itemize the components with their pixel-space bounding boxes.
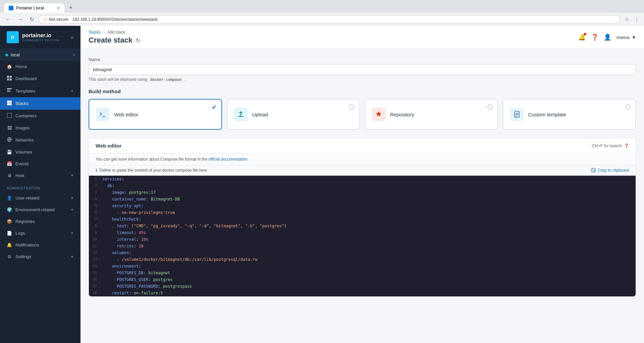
refresh-button[interactable]: ↻ [136, 37, 140, 44]
sidebar-host-label: Host [15, 173, 67, 178]
code-line: 11 retries: 10 [89, 243, 636, 249]
copy-to-clipboard-button[interactable]: Copy to clipboard [591, 168, 629, 173]
sidebar-containers-label: Containers [15, 113, 74, 118]
build-method-repository[interactable]: Repository [365, 99, 498, 130]
reload-button[interactable]: ↻ [28, 15, 36, 24]
sidebar-item-dashboard[interactable]: Dashboard [0, 72, 80, 85]
sidebar-collapse-button[interactable]: « [70, 34, 74, 41]
code-line: 17 POSTGRES_PASSWORD: postgrespass [89, 283, 636, 290]
repository-radio[interactable] [487, 104, 493, 110]
code-line: 10 interval: 10s [89, 236, 636, 243]
user-related-arrow-icon: ▼ [70, 196, 74, 200]
header-right: 🔔 ❓ 👤 marius ▼ [578, 34, 636, 41]
tab-label: Portainer | local [16, 6, 44, 10]
copy-icon [591, 168, 596, 173]
logo-main-text: portainer.io [22, 33, 59, 39]
upload-radio[interactable] [349, 104, 355, 110]
extensions-button[interactable]: ⋮ [633, 15, 641, 24]
sidebar-item-events[interactable]: 📅 Events [0, 158, 80, 170]
breadcrumb-stacks-link[interactable]: Stacks [89, 30, 101, 35]
build-method-upload[interactable]: Upload [227, 99, 360, 130]
sidebar-item-user-related[interactable]: 👤 User-related ▼ [0, 192, 80, 204]
active-tab[interactable]: Portainer | local × [4, 3, 64, 13]
sidebar-home-label: Home [15, 64, 74, 69]
info-icon: ℹ [96, 168, 97, 173]
sidebar-settings-label: Settings [15, 254, 67, 259]
sidebar-notifications-label: Notifications [15, 242, 74, 247]
sidebar-stacks-label: Stacks [15, 101, 74, 106]
back-button[interactable]: ← [3, 15, 13, 24]
custom-template-radio[interactable] [625, 104, 631, 110]
env-related-arrow-icon: ▼ [70, 208, 74, 212]
notifications-bell-button[interactable]: 🔔 [578, 34, 586, 41]
build-method-custom-template[interactable]: Custom template [503, 99, 636, 130]
sidebar-item-stacks[interactable]: Stacks [0, 97, 80, 110]
svg-rect-7 [7, 90, 10, 91]
svg-rect-12 [7, 113, 12, 118]
tab-favicon [9, 6, 13, 10]
upload-icon [234, 108, 248, 121]
portainer-logo-icon: P [7, 31, 19, 43]
env-name-label: local [11, 52, 72, 57]
events-icon: 📅 [7, 161, 12, 166]
svg-rect-8 [7, 91, 11, 92]
svg-rect-10 [7, 102, 12, 104]
web-editor-icon [96, 108, 109, 121]
sidebar-item-volumes[interactable]: 💾 Volumes [0, 146, 80, 158]
sidebar-item-logs[interactable]: 📄 Logs ▼ [0, 227, 80, 239]
svg-rect-17 [592, 168, 595, 172]
browser-toolbar: ← → ↻ ⚠ Not secure 192.168.1.18:9000/#!/… [0, 13, 644, 26]
code-line: 13 - /volume1/docker/bitmagnet/db:/var/l… [89, 256, 636, 263]
sidebar-env-item[interactable]: local × [0, 49, 80, 61]
new-tab-button[interactable]: + [66, 3, 76, 13]
editor-title: Web editor [96, 143, 121, 149]
sidebar-item-host[interactable]: 🖥 Host ▼ [0, 170, 80, 181]
code-line: 9 timeout: 45s [89, 229, 636, 236]
address-bar[interactable]: ⚠ Not secure 192.168.1.18:9000/#!/2/dock… [39, 15, 621, 24]
images-icon: 🖼 [7, 125, 12, 130]
sidebar-item-images[interactable]: 🖼 Images [0, 122, 80, 134]
name-input[interactable] [89, 64, 636, 75]
sidebar-item-environment-related[interactable]: 🌍 Environment-related ▼ [0, 204, 80, 216]
sidebar-images-label: Images [15, 125, 74, 130]
help-button[interactable]: ❓ [591, 34, 598, 41]
name-form-group: Name This stack will be deployed using d… [89, 57, 636, 82]
sidebar-events-label: Events [15, 161, 74, 166]
settings-icon: ⚙ [7, 254, 12, 259]
user-profile-button[interactable]: 👤 [604, 34, 611, 41]
build-method-web-editor[interactable]: Web editor ✔ [89, 99, 222, 130]
tab-close-button[interactable]: × [57, 5, 60, 11]
build-method-section: Build method Web editor ✔ [89, 89, 636, 130]
page-title: Create stack [89, 36, 132, 45]
code-line: 1services: [89, 176, 636, 182]
containers-icon [7, 113, 12, 119]
env-close-button[interactable]: × [72, 52, 75, 57]
sidebar-volumes-label: Volumes [15, 150, 74, 155]
sidebar-item-templates[interactable]: Templates ▼ [0, 85, 80, 97]
svg-rect-3 [10, 76, 12, 78]
official-docs-link[interactable]: official documentation. [208, 157, 248, 162]
bookmark-button[interactable]: ☆ [623, 15, 631, 24]
code-line: 7 healthcheck: [89, 216, 636, 223]
logs-arrow-icon: ▼ [70, 231, 74, 235]
sidebar-item-settings[interactable]: ⚙ Settings ▼ [0, 251, 80, 263]
sidebar-item-registries[interactable]: 📦 Registries [0, 216, 80, 227]
forward-button[interactable]: → [15, 15, 25, 24]
sidebar-templates-label: Templates [15, 89, 67, 94]
page-body: Name This stack will be deployed using d… [80, 49, 644, 343]
svg-rect-4 [7, 78, 9, 80]
code-line: 2 db: [89, 182, 636, 189]
sidebar-item-networks[interactable]: Networks [0, 134, 80, 146]
environment-related-icon: 🌍 [7, 207, 12, 212]
page-header: Stacks › Add stack Create stack ↻ 🔔 ❓ 👤 … [80, 26, 644, 49]
admin-section-header: Administration [0, 181, 80, 192]
sidebar-item-home[interactable]: 🏠 Home [0, 61, 80, 72]
env-status-dot [5, 54, 8, 56]
code-editor[interactable]: 1services:2 db:3 image: postgres:174 con… [89, 176, 636, 296]
breadcrumb-add-stack: Add stack [107, 30, 125, 35]
code-line: 16 POSTGRES_USER: postgres [89, 276, 636, 283]
user-menu-button[interactable]: marius ▼ [616, 35, 636, 40]
main-content: Stacks › Add stack Create stack ↻ 🔔 ❓ 👤 … [80, 26, 644, 343]
sidebar-item-containers[interactable]: Containers [0, 110, 80, 122]
sidebar-item-notifications[interactable]: 🔔 Notifications [0, 239, 80, 251]
